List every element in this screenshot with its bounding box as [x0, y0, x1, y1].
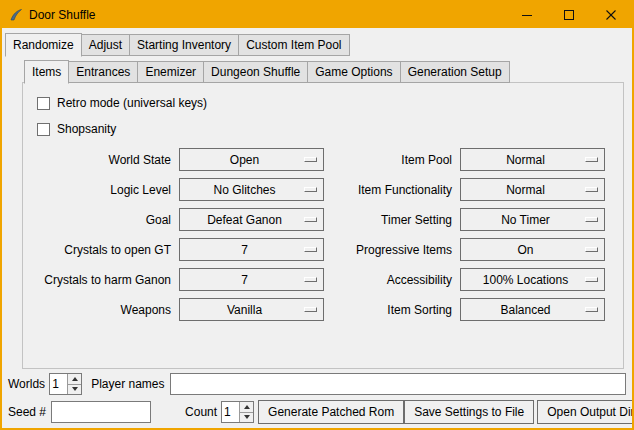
- tab-items[interactable]: Items: [24, 60, 69, 84]
- player-names-input[interactable]: [170, 373, 627, 395]
- spin-up-button[interactable]: [239, 402, 253, 412]
- triangle-down-icon: [244, 415, 250, 419]
- goal-label: Goal: [31, 213, 171, 227]
- goal-select[interactable]: Defeat Ganon: [179, 208, 324, 231]
- item-pool-select[interactable]: Normal: [460, 148, 605, 171]
- seed-label: Seed #: [8, 405, 46, 419]
- door-shuffle-window: Door Shuffle Randomize Adjust Starting I…: [0, 0, 634, 430]
- count-label: Count: [185, 405, 217, 419]
- primary-tab-bar: Randomize Adjust Starting Inventory Cust…: [5, 33, 632, 56]
- app-icon: [8, 7, 24, 23]
- spin-arrows: [67, 374, 81, 394]
- retro-mode-checkbox[interactable]: Retro mode (universal keys): [37, 96, 615, 110]
- checkbox-label: Shopsanity: [57, 122, 116, 136]
- crystals-open-gt-label: Crystals to open GT: [31, 243, 171, 257]
- dropdown-indicator-icon: [304, 187, 317, 192]
- open-output-directory-button[interactable]: Open Output Directory: [537, 400, 634, 424]
- save-settings-button[interactable]: Save Settings to File: [404, 400, 534, 424]
- spin-down-button[interactable]: [67, 384, 81, 395]
- triangle-up-icon: [244, 405, 250, 409]
- settings-grid: World State Open Item Pool Normal Logic …: [31, 148, 615, 321]
- shopsanity-checkbox[interactable]: Shopsanity: [37, 122, 615, 136]
- crystals-harm-ganon-select[interactable]: 7: [179, 268, 324, 291]
- tab-generation-setup[interactable]: Generation Setup: [400, 61, 510, 83]
- dropdown-value: Normal: [506, 153, 559, 167]
- tab-starting-inventory[interactable]: Starting Inventory: [129, 34, 239, 56]
- dropdown-value: 7: [241, 273, 262, 287]
- window-body: Randomize Adjust Starting Inventory Cust…: [2, 28, 632, 428]
- logic-level-label: Logic Level: [31, 183, 171, 197]
- dropdown-indicator-icon: [585, 157, 598, 162]
- crystals-open-gt-select[interactable]: 7: [179, 238, 324, 261]
- item-functionality-label: Item Functionality: [332, 183, 452, 197]
- window-minimize-icon: [522, 10, 532, 20]
- tab-custom-item-pool[interactable]: Custom Item Pool: [238, 34, 349, 56]
- accessibility-label: Accessibility: [332, 273, 452, 287]
- timer-setting-select[interactable]: No Timer: [460, 208, 605, 231]
- dropdown-value: No Timer: [501, 213, 564, 227]
- window-close-icon: [606, 10, 616, 20]
- dropdown-indicator-icon: [304, 157, 317, 162]
- tk-feather-icon: [9, 8, 23, 22]
- checkbox-box[interactable]: [37, 123, 50, 136]
- spin-down-button[interactable]: [239, 412, 253, 423]
- footer-controls: Worlds Player names Seed # Count: [8, 373, 626, 424]
- seed-input[interactable]: [51, 401, 151, 423]
- title-bar: Door Shuffle: [2, 2, 632, 28]
- count-spinbox[interactable]: [221, 401, 254, 423]
- dropdown-indicator-icon: [585, 187, 598, 192]
- accessibility-select[interactable]: 100% Locations: [460, 268, 605, 291]
- dropdown-indicator-icon: [304, 307, 317, 312]
- player-names-label: Player names: [91, 377, 164, 391]
- tab-adjust[interactable]: Adjust: [81, 34, 130, 56]
- count-input[interactable]: [222, 402, 239, 422]
- minimize-button[interactable]: [506, 2, 548, 28]
- dropdown-indicator-icon: [585, 307, 598, 312]
- dropdown-indicator-icon: [304, 277, 317, 282]
- item-sorting-label: Item Sorting: [332, 303, 452, 317]
- worlds-label: Worlds: [8, 377, 45, 391]
- dropdown-value: Normal: [506, 183, 559, 197]
- dropdown-value: Vanilla: [227, 303, 276, 317]
- progressive-items-label: Progressive Items: [332, 243, 452, 257]
- dropdown-value: Defeat Ganon: [207, 213, 296, 227]
- dropdown-indicator-icon: [585, 277, 598, 282]
- tab-dungeon-shuffle[interactable]: Dungeon Shuffle: [203, 61, 308, 83]
- item-functionality-select[interactable]: Normal: [460, 178, 605, 201]
- secondary-tab-bar: Items Entrances Enemizer Dungeon Shuffle…: [24, 60, 632, 83]
- item-pool-label: Item Pool: [332, 153, 452, 167]
- weapons-label: Weapons: [31, 303, 171, 317]
- generate-patched-rom-button[interactable]: Generate Patched Rom: [258, 400, 404, 424]
- dropdown-value: Balanced: [500, 303, 564, 317]
- dropdown-value: Open: [230, 153, 273, 167]
- tab-game-options[interactable]: Game Options: [307, 61, 400, 83]
- window-controls: [506, 2, 632, 28]
- logic-level-select[interactable]: No Glitches: [179, 178, 324, 201]
- worlds-row: Worlds Player names: [8, 373, 626, 395]
- tab-randomize[interactable]: Randomize: [5, 33, 82, 57]
- triangle-down-icon: [72, 387, 78, 391]
- seed-row: Seed # Count Generate Patched Rom Save S…: [8, 400, 626, 424]
- dropdown-indicator-icon: [585, 217, 598, 222]
- close-button[interactable]: [590, 2, 632, 28]
- triangle-up-icon: [72, 377, 78, 381]
- world-state-select[interactable]: Open: [179, 148, 324, 171]
- worlds-spinbox[interactable]: [49, 373, 82, 395]
- item-sorting-select[interactable]: Balanced: [460, 298, 605, 321]
- worlds-input[interactable]: [50, 374, 67, 394]
- dropdown-value: 7: [241, 243, 262, 257]
- dropdown-indicator-icon: [304, 247, 317, 252]
- checkbox-label: Retro mode (universal keys): [57, 96, 207, 110]
- window-title: Door Shuffle: [29, 8, 96, 22]
- items-pane: Retro mode (universal keys) Shopsanity W…: [22, 82, 624, 369]
- timer-setting-label: Timer Setting: [332, 213, 452, 227]
- spin-up-button[interactable]: [67, 374, 81, 384]
- maximize-button[interactable]: [548, 2, 590, 28]
- tab-entrances[interactable]: Entrances: [68, 61, 138, 83]
- checkbox-box[interactable]: [37, 97, 50, 110]
- tab-enemizer[interactable]: Enemizer: [137, 61, 204, 83]
- progressive-items-select[interactable]: On: [460, 238, 605, 261]
- weapons-select[interactable]: Vanilla: [179, 298, 324, 321]
- dropdown-indicator-icon: [585, 247, 598, 252]
- dropdown-value: 100% Locations: [483, 273, 582, 287]
